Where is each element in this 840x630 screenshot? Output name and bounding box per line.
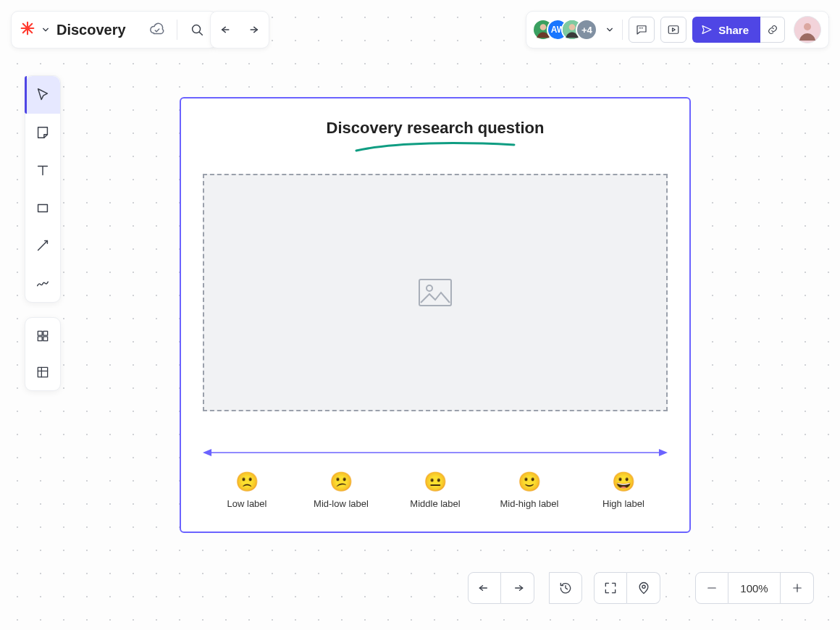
frame-title[interactable]: Discovery research question: [203, 119, 668, 138]
underline-decoration: [352, 140, 518, 154]
history-icon: [558, 581, 573, 595]
plus-icon: [791, 581, 804, 595]
svg-marker-18: [659, 449, 668, 456]
scale-point-3[interactable]: 🙂 Mid-high label: [490, 472, 569, 509]
scale-point-2[interactable]: 😐 Middle label: [395, 472, 475, 509]
svg-point-2: [540, 24, 547, 30]
tool-palette-secondary: [25, 317, 61, 391]
undo-icon: [477, 581, 492, 595]
zoom-out-button[interactable]: [695, 572, 728, 604]
zoom-group: 100%: [695, 572, 814, 604]
grid-icon: [35, 329, 50, 343]
link-icon: [767, 24, 778, 35]
tool-sticky-note[interactable]: [25, 114, 60, 151]
bottom-redo-button[interactable]: [501, 572, 534, 604]
svg-point-19: [642, 585, 644, 588]
zoom-in-button[interactable]: [781, 572, 814, 604]
svg-rect-10: [43, 331, 48, 335]
svg-rect-5: [669, 26, 679, 34]
emoji-smile-icon: 🙂: [518, 472, 541, 491]
history-toolbar: [210, 11, 269, 49]
scale-point-0[interactable]: 🙁 Low label: [207, 472, 287, 509]
logo-icon: [20, 21, 35, 38]
copy-link-button[interactable]: [760, 17, 785, 43]
share-label: Share: [718, 24, 749, 36]
canvas-frame[interactable]: Discovery research question 🙁 Low label …: [180, 97, 691, 533]
image-icon: [418, 278, 453, 307]
scale-label: Middle label: [410, 498, 460, 509]
collaborator-avatars[interactable]: AW +4: [532, 19, 597, 41]
cursor-icon: [35, 87, 51, 103]
scale-point-1[interactable]: 😕 Mid-low label: [301, 472, 381, 509]
search-button[interactable]: [185, 17, 209, 42]
location-button[interactable]: [627, 572, 660, 604]
tool-grid[interactable]: [25, 318, 60, 354]
svg-rect-11: [38, 337, 42, 341]
scale-label: Mid-low label: [314, 498, 369, 509]
expand-icon: [603, 581, 618, 595]
rectangle-icon: [35, 200, 51, 216]
bottom-fit-group: [594, 572, 660, 604]
scale-label: Mid-high label: [500, 498, 559, 509]
present-button[interactable]: [660, 17, 686, 43]
svg-rect-8: [38, 204, 48, 211]
cloud-sync-icon[interactable]: [145, 17, 169, 42]
scribble-icon: [35, 275, 51, 291]
sticky-icon: [35, 125, 51, 140]
scale-axis: [203, 446, 668, 459]
pin-icon: [637, 581, 651, 595]
emoji-slightfrown-icon: 😕: [329, 472, 353, 491]
profile-avatar[interactable]: [794, 16, 821, 43]
tool-frame[interactable]: [25, 354, 60, 390]
bottom-undo-group: [468, 572, 534, 604]
separator: [177, 20, 177, 40]
title-toolbar: Discovery: [11, 11, 217, 49]
svg-rect-12: [43, 337, 48, 341]
line-icon: [35, 238, 51, 253]
tool-draw[interactable]: [25, 264, 60, 302]
tool-select[interactable]: [25, 76, 60, 114]
svg-rect-14: [419, 280, 451, 306]
emoji-frown-icon: 🙁: [235, 472, 259, 491]
scale-point-4[interactable]: 😀 High label: [584, 472, 663, 509]
zoom-level[interactable]: 100%: [728, 572, 781, 604]
version-history-button[interactable]: [549, 572, 582, 604]
document-title[interactable]: Discovery: [56, 22, 126, 38]
redo-button[interactable]: [240, 17, 264, 42]
svg-rect-13: [38, 367, 47, 377]
frame-icon: [35, 365, 50, 379]
emoji-grin-icon: 😀: [612, 472, 635, 491]
tool-shape[interactable]: [25, 189, 60, 227]
text-icon: [35, 162, 51, 178]
svg-point-7: [804, 23, 811, 30]
fit-to-screen-button[interactable]: [594, 572, 627, 604]
svg-point-15: [427, 285, 432, 291]
image-placeholder[interactable]: [203, 174, 668, 411]
separator: [622, 20, 623, 40]
svg-marker-17: [203, 449, 211, 456]
undo-button[interactable]: [215, 17, 240, 42]
bottom-undo-button[interactable]: [468, 572, 501, 604]
tool-palette: [25, 75, 61, 303]
svg-point-4: [569, 24, 576, 30]
collab-toolbar: AW +4 Share: [526, 11, 829, 49]
comments-button[interactable]: [629, 17, 655, 43]
redo-icon: [511, 581, 525, 595]
svg-rect-9: [38, 331, 42, 335]
collaborators-caret[interactable]: [603, 23, 616, 36]
send-icon: [701, 24, 713, 35]
svg-point-0: [192, 25, 200, 33]
minus-icon: [705, 581, 718, 595]
emoji-neutral-icon: 😐: [424, 472, 447, 491]
tool-text[interactable]: [25, 151, 60, 189]
scale-label: High label: [602, 498, 644, 509]
share-button[interactable]: Share: [692, 17, 760, 43]
bottom-history-group: [549, 572, 582, 604]
avatar-overflow-count[interactable]: +4: [576, 19, 597, 41]
tool-line[interactable]: [25, 227, 60, 264]
title-menu-caret[interactable]: [42, 23, 49, 36]
rating-scale: 🙁 Low label 😕 Mid-low label 😐 Middle lab…: [203, 446, 668, 509]
scale-label: Low label: [227, 498, 267, 509]
